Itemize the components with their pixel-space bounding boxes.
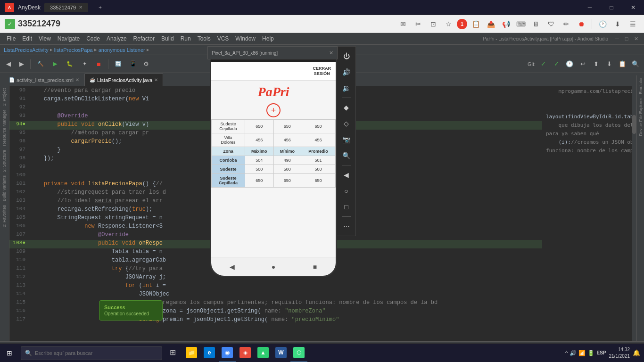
tab-java[interactable]: ☕ ListaPreciosActivity.java ✕ [84, 74, 163, 86]
nav-home-btn[interactable]: ● [268, 261, 279, 272]
shield-icon[interactable]: 🛡 [545, 17, 558, 31]
emulator-side-label[interactable]: Emulator [636, 75, 644, 96]
record-icon[interactable]: ⏺ [575, 17, 588, 31]
close-button[interactable]: ✕ [622, 0, 644, 15]
clipboard-icon[interactable]: ✂ [412, 17, 425, 31]
menu-help[interactable]: Help [259, 34, 277, 43]
taskbar-app-word[interactable]: W [272, 344, 289, 362]
taskbar-app-explorer[interactable]: 📁 [183, 344, 200, 362]
volume-icon[interactable]: 🔊 [570, 350, 577, 356]
menu-code[interactable]: Code [83, 34, 103, 43]
network-icon[interactable]: 📶 [578, 350, 586, 356]
bookmark-icon[interactable]: ☆ [442, 17, 455, 31]
menu-window[interactable]: Window [232, 34, 258, 43]
pen-icon[interactable]: ✏ [560, 17, 573, 31]
toolbar-profile-btn[interactable]: ✦ [79, 58, 91, 70]
emu-back-btn[interactable]: ◀ [340, 168, 353, 181]
toolbar-forward-icon[interactable]: ▶ [16, 58, 27, 70]
history-icon[interactable]: 🕐 [596, 17, 609, 31]
toolbar-back-icon[interactable]: ◀ [3, 58, 14, 70]
menu-analyze[interactable]: Analyze [104, 34, 130, 43]
emu-power-btn[interactable]: ⏻ [340, 49, 353, 63]
emu-volume-down-btn[interactable]: 🔉 [340, 82, 353, 95]
structure-label[interactable]: 2: Structure [0, 148, 9, 174]
emu-volume-up-btn[interactable]: 🔊 [340, 66, 353, 79]
git-check-icon[interactable]: ✓ [537, 58, 549, 70]
menu-navigate[interactable]: Navigate [55, 34, 83, 43]
monitor-icon[interactable]: 🖥 [529, 17, 543, 31]
taskbar-app-5[interactable]: ◈ [237, 344, 254, 362]
add-price-btn[interactable]: + [211, 101, 336, 119]
device-file-label[interactable]: Device File Explorer [636, 96, 644, 138]
git-clock-icon[interactable]: 🕐 [564, 58, 575, 70]
menu-run[interactable]: Run [178, 34, 194, 43]
emu-zoom-btn[interactable]: 🔍 [340, 149, 353, 162]
breadcrumb-listener[interactable]: anonymous Listener [99, 47, 145, 53]
toolbar-run-btn[interactable]: ▶ [50, 58, 61, 70]
git-undo-icon[interactable]: ↩ [577, 58, 588, 70]
toolbar-search-icon[interactable]: 🔍 [630, 58, 641, 70]
toolbar-stop-btn[interactable]: ⏹ [92, 58, 105, 70]
download-icon[interactable]: ⬇ [611, 17, 624, 31]
as-minimize-btn[interactable]: ─ [613, 34, 621, 43]
video-icon[interactable]: 📤 [484, 17, 497, 31]
taskbar-app-android-studio[interactable]: ⬡ [290, 344, 307, 362]
filetransfer-icon[interactable]: ⊡ [427, 17, 440, 31]
editor-scrollbar[interactable] [632, 86, 636, 341]
tab-xml[interactable]: 📄 activity_lista_precios.xml ✕ [4, 74, 84, 86]
cerrar-sesion-btn[interactable]: CERRARSESIÓN [313, 66, 331, 76]
emu-fold-btn[interactable]: ◇ [340, 117, 353, 130]
git-check2-icon[interactable]: ✓ [551, 58, 562, 70]
lang-indicator[interactable]: ESP [596, 350, 606, 355]
as-restore-btn[interactable]: □ [622, 34, 631, 43]
breadcrumb-listapreciospapa[interactable]: listaPreciosPapa [54, 47, 93, 53]
menu-build[interactable]: Build [158, 34, 177, 43]
build-variants-label[interactable]: Build Variants [0, 173, 9, 203]
taskbar-search[interactable]: 🔍 [21, 346, 162, 360]
tab-xml-close[interactable]: ✕ [75, 77, 79, 82]
taskbar-app-edge[interactable]: e [201, 344, 218, 362]
nav-back-btn[interactable]: ◀ [226, 261, 238, 272]
scrollbar-thumb[interactable] [632, 115, 636, 134]
breadcrumb-listapreciosactivity[interactable]: ListaPreciosActivity [4, 47, 49, 53]
menu-tools[interactable]: Tools [195, 34, 214, 43]
tray-arrow-icon[interactable]: ^ [565, 350, 568, 356]
tab-close-icon[interactable]: ✕ [79, 5, 83, 10]
maximize-button[interactable]: □ [601, 0, 622, 15]
toolbar-sdk-icon[interactable]: ⚙ [140, 58, 152, 70]
toolbar-debug-btn[interactable]: 🐛 [63, 58, 77, 70]
menu-vcs[interactable]: VCS [215, 34, 232, 43]
chat-icon[interactable]: 📢 [499, 17, 512, 31]
favorites-label[interactable]: 2: Favorites [0, 203, 9, 229]
keyboard-icon[interactable]: ⌨ [514, 17, 528, 31]
git-history-icon[interactable]: 📋 [617, 58, 628, 70]
screenshot-icon[interactable]: ✉ [396, 17, 410, 31]
battery-icon[interactable]: 🔋 [587, 350, 594, 356]
menu-file[interactable]: File [4, 34, 18, 43]
menu-icon[interactable]: ☰ [626, 17, 639, 31]
start-button[interactable]: ⊞ [0, 344, 19, 362]
toolbar-build-btn[interactable]: 🔨 [33, 58, 48, 70]
resource-manager-label[interactable]: Resource Manager [0, 108, 9, 148]
taskbar-app-6[interactable]: ▲ [255, 344, 272, 362]
menu-view[interactable]: View [36, 34, 54, 43]
new-tab-button[interactable]: ＋ [92, 2, 108, 13]
menu-edit[interactable]: Edit [19, 34, 35, 43]
emu-more-btn[interactable]: ⋯ [340, 220, 353, 233]
search-input[interactable] [35, 350, 158, 356]
taskbar-view-button[interactable]: ⊞ [164, 344, 181, 362]
emu-camera-btn[interactable]: 📷 [340, 133, 353, 146]
minimize-button[interactable]: ─ [579, 0, 601, 15]
emu-home-btn[interactable]: ○ [340, 184, 353, 197]
emu-rotate-btn[interactable]: ◆ [340, 101, 353, 114]
git-pull-icon[interactable]: ⬇ [603, 58, 615, 70]
window-tab[interactable]: 335212479 ✕ [44, 3, 88, 12]
toolbar-avd-icon[interactable]: 📱 [127, 58, 139, 70]
audio-icon[interactable]: 📋 [469, 17, 482, 31]
emulator-close-btn[interactable]: ✕ [329, 50, 333, 56]
tab-java-close[interactable]: ✕ [154, 77, 158, 82]
emulator-minimize-btn[interactable]: ─ [323, 50, 327, 56]
taskbar-app-chrome[interactable]: ◉ [219, 344, 236, 362]
as-close-btn[interactable]: ✕ [632, 34, 640, 43]
notification-icon[interactable]: 🔔 [633, 349, 640, 356]
